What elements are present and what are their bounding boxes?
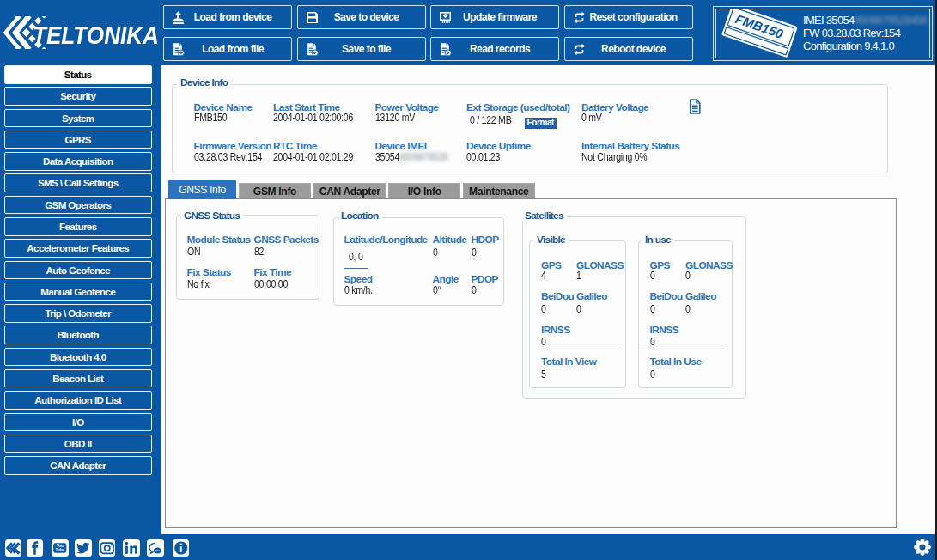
- svg-text:Tube: Tube: [56, 548, 65, 552]
